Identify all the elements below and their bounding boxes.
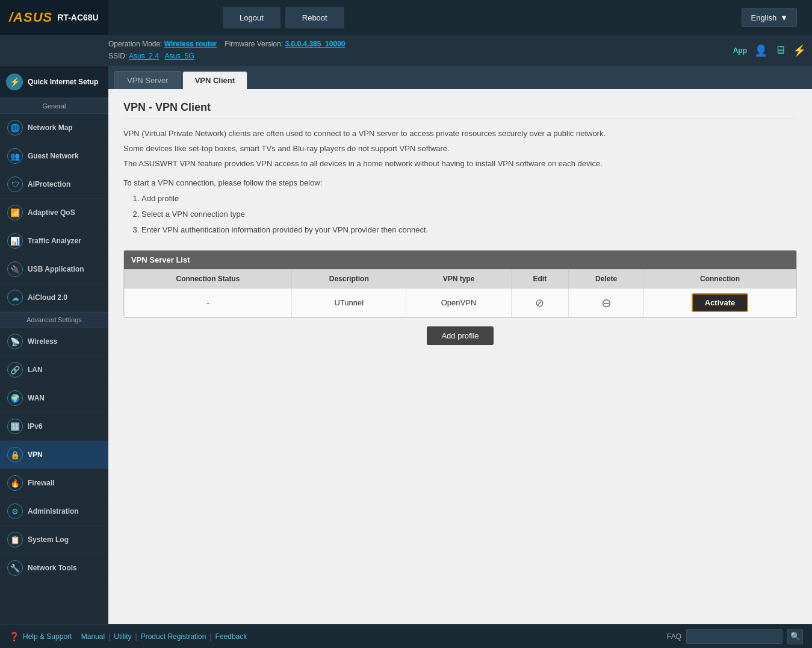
ipv6-icon: 🔢	[7, 419, 23, 434]
col-edit: Edit	[511, 270, 569, 288]
product-registration-link[interactable]: Product Registration	[141, 632, 206, 641]
sidebar-item-ai-protection[interactable]: 🛡 AiProtection	[0, 170, 108, 199]
steps-intro: To start a VPN connection, please follow…	[123, 178, 797, 187]
wireless-icon: 📡	[7, 334, 23, 349]
col-delete: Delete	[569, 270, 644, 288]
edit-icon[interactable]: ⊘	[535, 297, 544, 309]
ssid-5g-link[interactable]: Asus_5G	[164, 52, 194, 60]
utility-link[interactable]: Utility	[114, 632, 131, 641]
sidebar-item-label: Traffic Analyzer	[28, 237, 81, 245]
reboot-button[interactable]: Reboot	[285, 7, 344, 28]
sidebar-item-label: Network Map	[28, 123, 73, 132]
advanced-section-header: Advanced Settings	[0, 312, 108, 328]
sidebar-item-label: IPv6	[28, 422, 43, 431]
sidebar-item-label: Administration	[28, 507, 79, 516]
step-3: Enter VPN authentication information pro…	[141, 222, 797, 238]
tab-vpn-client[interactable]: VPN Client	[182, 71, 247, 89]
system-log-icon: 📋	[7, 532, 23, 547]
manual-link[interactable]: Manual	[81, 632, 105, 641]
sidebar-item-traffic-analyzer[interactable]: 📊 Traffic Analyzer	[0, 227, 108, 255]
firmware-label: Firmware Version:	[225, 40, 283, 48]
ssid-label: SSID:	[108, 52, 127, 60]
description-2: Some devices like set-top boxes, smart T…	[123, 143, 797, 155]
sidebar-item-label: Adaptive QoS	[28, 208, 75, 217]
quick-internet-setup[interactable]: ⚡ Quick Internet Setup	[0, 66, 108, 98]
sidebar-item-network-tools[interactable]: 🔧 Network Tools	[0, 554, 108, 582]
administration-icon: ⚙	[7, 503, 23, 519]
step-2: Select a VPN connection type	[141, 207, 797, 222]
logout-button[interactable]: Logout	[223, 7, 280, 28]
col-vpn-type: VPN type	[406, 270, 511, 288]
activate-button[interactable]: Activate	[692, 293, 749, 312]
network-tools-icon: 🔧	[7, 560, 23, 576]
description-1: VPN (Virtual Private Network) clients ar…	[123, 128, 797, 140]
general-section-header: General	[0, 98, 108, 114]
guest-network-icon: 👥	[7, 148, 23, 164]
sidebar-item-label: VPN	[28, 450, 43, 459]
model-label: RT-AC68U	[57, 13, 98, 22]
help-support-link[interactable]: Help & Support	[23, 632, 72, 641]
usb-application-icon: 🔌	[7, 261, 23, 277]
delete-icon[interactable]: ⊖	[601, 296, 612, 310]
firewall-icon: 🔥	[7, 475, 23, 491]
sidebar-item-wireless[interactable]: 📡 Wireless	[0, 328, 108, 356]
sidebar-item-usb-application[interactable]: 🔌 USB Application	[0, 255, 108, 284]
chevron-down-icon: ▼	[780, 13, 788, 22]
sidebar-item-firewall[interactable]: 🔥 Firewall	[0, 469, 108, 497]
tab-vpn-server[interactable]: VPN Server	[114, 71, 181, 89]
page-title: VPN - VPN Client	[123, 101, 797, 119]
row-connection[interactable]: Activate	[643, 288, 796, 317]
traffic-analyzer-icon: 📊	[7, 233, 23, 249]
vpn-icon: 🔒	[7, 447, 23, 463]
info-bar: Operation Mode: Wireless router Firmware…	[0, 35, 812, 66]
operation-mode-value: Wireless router	[164, 40, 217, 48]
app-label: App	[733, 46, 747, 55]
description-3: The ASUSWRT VPN feature provides VPN acc…	[123, 158, 797, 170]
feedback-link[interactable]: Feedback	[215, 632, 247, 641]
help-icon: ❓	[9, 632, 19, 641]
sidebar-item-vpn[interactable]: 🔒 VPN	[0, 441, 108, 469]
row-edit[interactable]: ⊘	[511, 288, 569, 317]
vpn-table-header: VPN Server List	[124, 251, 796, 269]
monitor-icon[interactable]: 🖥	[775, 44, 786, 57]
sidebar-item-label: System Log	[28, 535, 69, 544]
sidebar-item-lan[interactable]: 🔗 LAN	[0, 356, 108, 384]
wan-icon: 🌍	[7, 390, 23, 406]
sidebar-item-label: WAN	[28, 394, 45, 402]
row-status: -	[125, 288, 292, 317]
ssid-24-link[interactable]: Asus_2.4	[129, 52, 159, 60]
logo-area: /ASUS RT-AC68U	[0, 0, 108, 35]
faq-search-button[interactable]: 🔍	[787, 629, 803, 644]
aicloud-icon: ☁	[7, 290, 23, 305]
vpn-table: Connection Status Description VPN type E…	[124, 269, 796, 317]
operation-mode-label: Operation Mode:	[108, 40, 162, 48]
sidebar-item-adaptive-qos[interactable]: 📶 Adaptive QoS	[0, 199, 108, 227]
search-icon: 🔍	[790, 632, 801, 641]
sidebar-item-label: AiProtection	[28, 180, 70, 188]
sidebar-item-label: Guest Network	[28, 152, 79, 160]
language-selector[interactable]: English ▼	[742, 8, 797, 27]
sidebar-item-guest-network[interactable]: 👥 Guest Network	[0, 142, 108, 170]
tab-bar: VPN Server VPN Client	[108, 66, 812, 89]
row-delete[interactable]: ⊖	[569, 288, 644, 317]
sidebar-item-label: Wireless	[28, 337, 57, 346]
col-connection-status: Connection Status	[125, 270, 292, 288]
sidebar-item-ipv6[interactable]: 🔢 IPv6	[0, 413, 108, 441]
network-map-icon: 🌐	[7, 120, 23, 136]
step-1: Add profile	[141, 191, 797, 207]
user-icon[interactable]: 👤	[754, 44, 767, 57]
sidebar-item-wan[interactable]: 🌍 WAN	[0, 384, 108, 413]
sidebar-item-label: LAN	[28, 366, 43, 374]
row-description: UTunnel	[292, 288, 406, 317]
table-row: - UTunnel OpenVPN ⊘ ⊖ Activate	[125, 288, 796, 317]
quick-setup-icon: ⚡	[6, 73, 23, 90]
faq-search-input[interactable]	[686, 629, 783, 644]
sidebar-item-label: Firewall	[28, 479, 55, 487]
ai-protection-icon: 🛡	[7, 176, 23, 192]
add-profile-button[interactable]: Add profile	[427, 326, 493, 345]
usb-icon[interactable]: ⚡	[793, 44, 806, 57]
sidebar-item-administration[interactable]: ⚙ Administration	[0, 497, 108, 526]
sidebar-item-aicloud[interactable]: ☁ AiCloud 2.0	[0, 284, 108, 312]
sidebar-item-network-map[interactable]: 🌐 Network Map	[0, 114, 108, 142]
sidebar-item-system-log[interactable]: 📋 System Log	[0, 526, 108, 554]
